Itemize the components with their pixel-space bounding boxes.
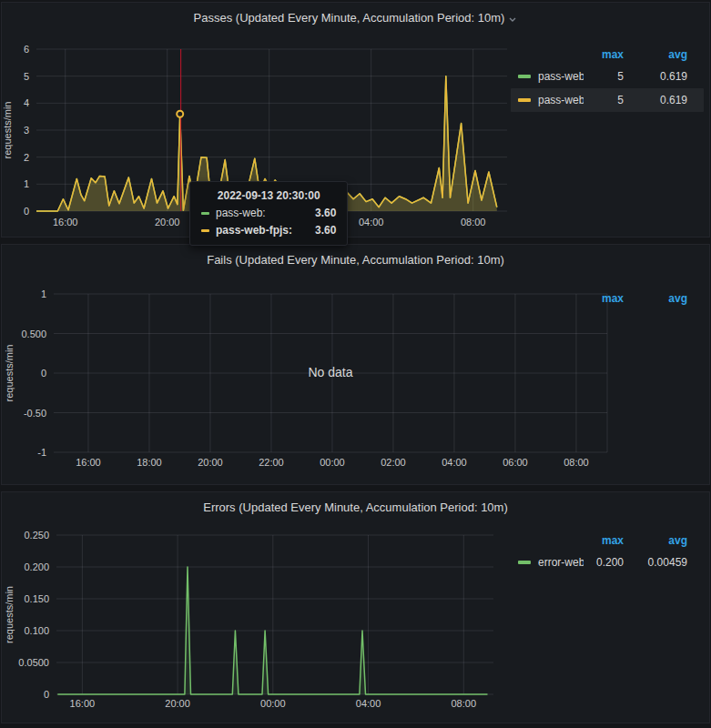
- legend-row: pass-web-fpjs50.619: [511, 88, 704, 112]
- no-data-text: No data: [308, 365, 352, 379]
- passes-legend: maxavgpass-web50.619pass-web-fpjs50.619: [511, 45, 704, 112]
- x-tick-label: 22:00: [259, 457, 284, 468]
- y-tick-label: 4: [24, 97, 29, 108]
- x-tick-label: 16:00: [76, 457, 101, 468]
- x-tick-label: 16:00: [70, 698, 96, 709]
- x-tick-label: 20:00: [165, 698, 190, 709]
- y-tick-label: 0.500: [21, 329, 46, 339]
- x-tick-label: 08:00: [461, 217, 486, 228]
- x-tick-label: 18:00: [137, 457, 162, 468]
- y-tick-label: 0.150: [24, 593, 49, 604]
- y-tick-label: 0.250: [24, 530, 49, 541]
- errors-legend: maxavgerror-web0.2000.00459: [511, 531, 704, 574]
- gridlines: [56, 535, 493, 694]
- x-tick-label: 16:00: [53, 217, 78, 228]
- y-tick-label: 1: [24, 178, 29, 189]
- y-tick-label: 6: [24, 44, 29, 55]
- y-tick-label: 0.100: [24, 625, 49, 636]
- y-tick-label: 1: [41, 288, 46, 299]
- y-tick-label: 5: [24, 71, 29, 82]
- x-tick-label: 00:00: [260, 698, 286, 709]
- x-tick-label: 04:00: [442, 457, 467, 468]
- tooltip-row: pass-web-fpjs:3.60: [201, 224, 336, 237]
- tooltip-timestamp: 2022-09-13 20:30:00: [201, 189, 336, 202]
- passes-chart[interactable]: 012345616:0020:0000:0004:0008:00requests…: [2, 3, 711, 238]
- legend-series-max: 5: [584, 70, 624, 83]
- legend-header-max[interactable]: max: [584, 292, 624, 305]
- y-tick-label: 0: [41, 368, 46, 379]
- x-tick-label: 20:00: [198, 457, 223, 468]
- y-tick-label: 0: [24, 206, 29, 217]
- dashboard: Passes (Updated Every Minute, Accumulati…: [0, 0, 711, 728]
- y-tick-label: -0.50: [24, 408, 46, 419]
- hover-point-marker: [177, 111, 183, 117]
- panel-passes: Passes (Updated Every Minute, Accumulati…: [1, 2, 710, 238]
- y-tick-label: 0: [44, 689, 49, 700]
- legend-series-avg: 0.619: [636, 94, 687, 106]
- y-axis-title: requests/min: [4, 586, 15, 643]
- legend-header-avg[interactable]: avg: [636, 534, 687, 547]
- x-tick-label: 06:00: [503, 457, 528, 468]
- x-tick-label: 04:00: [356, 698, 381, 709]
- legend-header-max[interactable]: max: [584, 534, 624, 547]
- x-tick-label: 02:00: [381, 457, 406, 468]
- tooltip-series-value: 3.60: [299, 207, 336, 219]
- tooltip-row: pass-web:3.60: [201, 207, 336, 219]
- tooltip: 2022-09-13 20:30:00 pass-web:3.60pass-we…: [189, 181, 348, 246]
- y-tick-label: 0.200: [24, 561, 49, 572]
- series-color-swatch: [201, 229, 209, 232]
- legend-header-avg[interactable]: avg: [636, 48, 687, 61]
- y-tick-label: 2: [24, 152, 29, 163]
- series-color-swatch: [518, 98, 531, 102]
- x-tick-label: 08:00: [452, 698, 477, 709]
- x-tick-label: 20:00: [155, 217, 180, 228]
- panel-fails: Fails (Updated Every Minute, Accumulatio…: [1, 244, 710, 485]
- legend-row: pass-web50.619: [511, 65, 704, 88]
- legend-series-max: 5: [584, 94, 624, 106]
- legend-series-avg: 0.00459: [636, 556, 687, 569]
- x-tick-label: 04:00: [359, 217, 384, 228]
- y-tick-label: 3: [24, 125, 29, 136]
- y-tick-label: -1: [37, 447, 46, 458]
- legend-series-avg: 0.619: [636, 70, 687, 83]
- y-axis-title: requests/min: [4, 345, 15, 402]
- x-tick-label: 00:00: [320, 457, 345, 468]
- tooltip-series-name: pass-web:: [216, 207, 266, 219]
- legend-series-name[interactable]: error-web: [538, 556, 584, 569]
- tooltip-series-value: 3.60: [299, 224, 336, 237]
- y-axis-title: requests/min: [2, 102, 13, 159]
- series-color-swatch: [518, 75, 531, 78]
- series-color-swatch: [518, 561, 531, 564]
- legend-row: error-web0.2000.00459: [511, 551, 704, 574]
- fails-chart[interactable]: -1-0.5000.500116:0018:0020:0022:0000:000…: [2, 245, 711, 486]
- x-tick-label: 08:00: [564, 457, 589, 468]
- tooltip-series-name: pass-web-fpjs:: [216, 224, 292, 237]
- y-tick-label: 0.0500: [18, 657, 49, 668]
- panel-errors: Errors (Updated Every Minute, Accumulati…: [1, 491, 710, 723]
- legend-header-max[interactable]: max: [584, 48, 624, 61]
- legend-series-max: 0.200: [584, 556, 624, 569]
- errors-chart[interactable]: 00.05000.1000.1500.2000.25016:0020:0000:…: [2, 492, 711, 724]
- legend-series-name[interactable]: pass-web-fpjs: [538, 94, 584, 106]
- legend-series-name[interactable]: pass-web: [538, 70, 584, 83]
- legend-header-avg[interactable]: avg: [636, 292, 687, 305]
- series-color-swatch: [201, 212, 209, 215]
- fails-legend: maxavg: [511, 288, 704, 308]
